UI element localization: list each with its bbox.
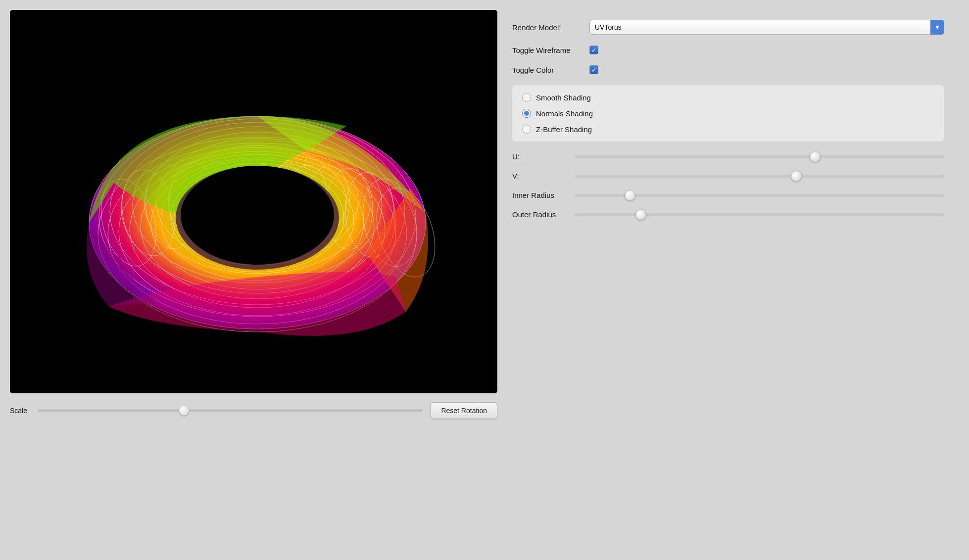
reset-rotation-button[interactable]: Reset Rotation: [431, 402, 497, 419]
v-slider-row: V:: [512, 172, 944, 180]
normals-shading-option[interactable]: Normals Shading: [522, 109, 934, 118]
scale-slider-track[interactable]: [38, 409, 423, 412]
smooth-shading-radio[interactable]: [522, 93, 531, 102]
u-slider-track[interactable]: [575, 155, 944, 158]
toggle-color-row: Toggle Color ✓: [512, 65, 944, 74]
render-model-label: Render Model:: [512, 23, 581, 32]
render-model-select-wrapper[interactable]: UVTorus Sphere Cube Cylinder ▼: [589, 20, 944, 35]
canvas-viewport[interactable]: [10, 10, 497, 393]
zbuffer-shading-radio[interactable]: [522, 125, 531, 134]
viewport-area: Scale Reset Rotation: [10, 10, 497, 550]
v-slider-track[interactable]: [575, 175, 944, 178]
v-slider-thumb[interactable]: [791, 171, 801, 181]
u-slider-thumb[interactable]: [810, 152, 820, 162]
smooth-shading-label: Smooth Shading: [536, 93, 591, 102]
toggle-wireframe-row: Toggle Wireframe ✓: [512, 46, 944, 54]
scale-slider-thumb[interactable]: [179, 406, 189, 416]
zbuffer-shading-option[interactable]: Z-Buffer Shading: [522, 125, 934, 134]
u-label: U:: [512, 152, 567, 161]
u-slider-row: U:: [512, 152, 944, 161]
inner-radius-slider-thumb[interactable]: [625, 190, 635, 200]
toggle-wireframe-label: Toggle Wireframe: [512, 46, 581, 54]
outer-radius-label: Outer Radius: [512, 210, 567, 219]
svg-point-36: [181, 166, 334, 265]
v-label: V:: [512, 172, 567, 180]
normals-shading-radio[interactable]: [522, 109, 531, 118]
outer-radius-slider-thumb[interactable]: [636, 210, 646, 220]
toggle-color-checkbox[interactable]: ✓: [589, 65, 598, 74]
toggle-color-label: Toggle Color: [512, 66, 581, 74]
smooth-shading-option[interactable]: Smooth Shading: [522, 93, 934, 102]
normals-shading-label: Normals Shading: [536, 109, 593, 118]
controls-panel: Render Model: UVTorus Sphere Cube Cylind…: [497, 10, 959, 550]
zbuffer-shading-label: Z-Buffer Shading: [536, 125, 592, 134]
torus-svg: [10, 10, 497, 393]
bottom-bar: Scale Reset Rotation: [10, 402, 497, 419]
scale-label: Scale: [10, 407, 30, 415]
inner-radius-slider-row: Inner Radius: [512, 191, 944, 199]
normals-shading-radio-inner: [524, 111, 529, 116]
toggle-wireframe-checkbox[interactable]: ✓: [589, 46, 598, 54]
outer-radius-slider-row: Outer Radius: [512, 210, 944, 219]
inner-radius-slider-track[interactable]: [575, 194, 944, 197]
inner-radius-label: Inner Radius: [512, 191, 567, 199]
render-model-select[interactable]: UVTorus Sphere Cube Cylinder: [589, 20, 944, 35]
outer-radius-slider-track[interactable]: [575, 213, 944, 216]
shading-group: Smooth Shading Normals Shading Z-Buffer …: [512, 85, 944, 141]
render-model-row: Render Model: UVTorus Sphere Cube Cylind…: [512, 20, 944, 35]
main-container: Scale Reset Rotation Render Model: UVTor…: [0, 0, 969, 560]
